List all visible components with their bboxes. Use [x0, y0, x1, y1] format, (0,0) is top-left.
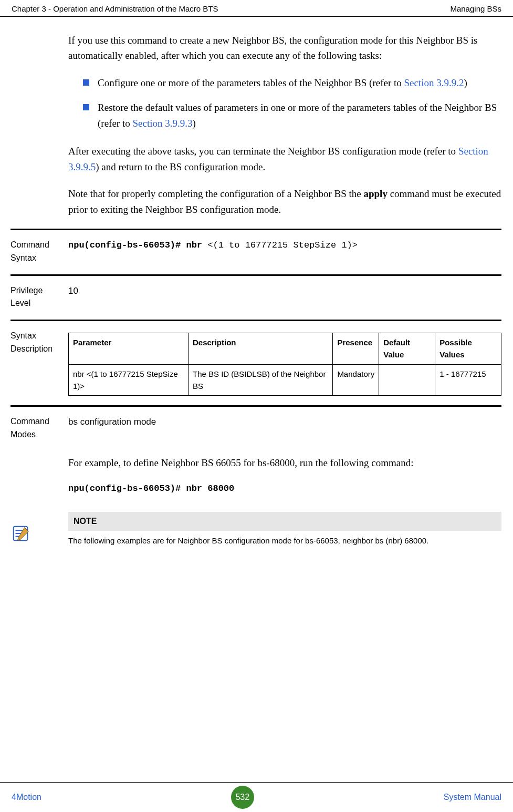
page-number-badge: 532 — [231, 786, 254, 809]
bullet2-text-b: ) — [192, 118, 195, 129]
section-label: Privilege Level — [11, 284, 68, 311]
bullet1-text-b: ) — [464, 77, 467, 88]
after-paragraph: After executing the above tasks, you can… — [68, 143, 501, 174]
table-header-row: Parameter Description Presence Default V… — [69, 333, 501, 365]
example-block: For example, to define Neighbor BS 66055… — [68, 455, 501, 496]
bullet-icon — [83, 79, 89, 86]
syntax-table: Parameter Description Presence Default V… — [68, 333, 501, 396]
note-icon-cell — [11, 512, 68, 551]
th-default-value: Default Value — [379, 333, 435, 365]
td-possible-values: 1 - 16777215 — [435, 364, 501, 396]
page-header: Chapter 3 - Operation and Administration… — [0, 0, 513, 17]
command-modes-value: bs configuration mode — [68, 415, 501, 441]
privilege-level-section: Privilege Level 10 — [11, 274, 501, 311]
bullet-text: Restore the default values of parameters… — [98, 100, 501, 131]
page-footer: 4Motion 532 System Manual — [0, 782, 513, 809]
privilege-value: 10 — [68, 284, 501, 311]
footer-left[interactable]: 4Motion — [12, 793, 41, 802]
th-parameter: Parameter — [69, 333, 189, 365]
header-right: Managing BSs — [450, 4, 501, 13]
th-presence: Presence — [333, 333, 379, 365]
bullet-icon — [83, 104, 89, 110]
td-parameter: nbr <(1 to 16777215 StepSize 1)> — [69, 364, 189, 396]
command-syntax-rest: <(1 to 16777215 StepSize 1)> — [207, 240, 358, 250]
note-pencil-icon — [11, 523, 30, 543]
section-label: Syntax Description — [11, 330, 68, 396]
apply-note-paragraph: Note that for properly completing the co… — [68, 186, 501, 217]
note-box: NOTE The following examples are for Neig… — [11, 512, 501, 551]
after-text-b: ) and return to the BS configuration mod… — [96, 161, 265, 172]
note-body: NOTE The following examples are for Neig… — [68, 512, 501, 551]
note-para-a: Note that for properly completing the co… — [68, 188, 363, 199]
th-possible-values: Possible Values — [435, 333, 501, 365]
command-syntax-section: Command Syntax npu(config-bs-66053)# nbr… — [11, 229, 501, 265]
list-item: Restore the default values of parameters… — [83, 100, 501, 131]
note-text: The following examples are for Neighbor … — [68, 531, 501, 550]
command-modes-section: Command Modes bs configuration mode — [11, 405, 501, 441]
list-item: Configure one or more of the parameters … — [83, 75, 501, 90]
header-left: Chapter 3 - Operation and Administration… — [12, 4, 218, 13]
table-row: nbr <(1 to 16777215 StepSize 1)> The BS … — [69, 364, 501, 396]
bullet1-text-a: Configure one or more of the parameters … — [98, 77, 404, 88]
td-presence: Mandatory — [333, 364, 379, 396]
syntax-table-wrap: Parameter Description Presence Default V… — [68, 330, 501, 396]
example-text: For example, to define Neighbor BS 66055… — [68, 455, 501, 470]
td-description: The BS ID (BSIDLSB) of the Neighbor BS — [188, 364, 332, 396]
intro-paragraph: If you use this command to create a new … — [68, 33, 501, 64]
after-text-a: After executing the above tasks, you can… — [68, 146, 458, 157]
bullet-list: Configure one or more of the parameters … — [83, 75, 501, 131]
section-label: Command Syntax — [11, 239, 68, 265]
command-syntax-body: npu(config-bs-66053)# nbr <(1 to 1677721… — [68, 239, 501, 265]
note-para-bold: apply — [363, 188, 387, 199]
page-content: If you use this command to create a new … — [0, 17, 513, 550]
th-description: Description — [188, 333, 332, 365]
command-syntax-bold: npu(config-bs-66053)# nbr — [68, 240, 207, 250]
td-default-value — [379, 364, 435, 396]
note-title: NOTE — [68, 512, 501, 531]
syntax-description-section: Syntax Description Parameter Description… — [11, 320, 501, 396]
bullet-text: Configure one or more of the parameters … — [98, 75, 501, 90]
section-label: Command Modes — [11, 415, 68, 441]
footer-right[interactable]: System Manual — [444, 793, 501, 802]
section-link[interactable]: Section 3.9.9.3 — [132, 118, 192, 129]
section-link[interactable]: Section 3.9.9.2 — [404, 77, 464, 88]
example-command: npu(config-bs-66053)# nbr 68000 — [68, 482, 501, 496]
